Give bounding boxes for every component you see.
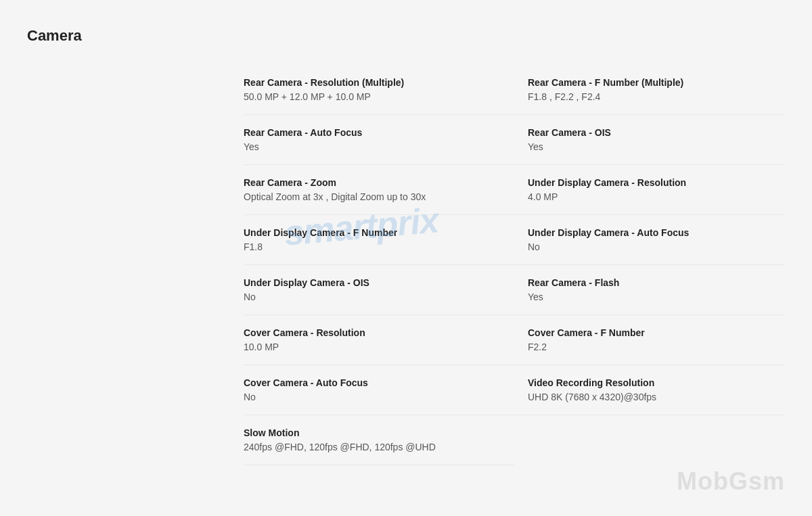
spec-label: Under Display Camera - Resolution <box>528 177 771 188</box>
spec-value: Yes <box>528 141 771 152</box>
watermark-mobgsm: MobGsm <box>677 467 785 496</box>
spec-value: F1.8 <box>244 241 501 252</box>
spec-item: Slow Motion240fps @FHD, 120fps @FHD, 120… <box>244 415 514 465</box>
spec-item: Under Display Camera - F NumberF1.8 <box>244 215 514 265</box>
spec-value: Optical Zoom at 3x , Digital Zoom up to … <box>244 191 501 202</box>
spec-item: Under Display Camera - Auto FocusNo <box>514 215 785 265</box>
spec-value: No <box>528 241 771 252</box>
spec-label: Under Display Camera - OIS <box>244 277 501 288</box>
spec-label: Cover Camera - Auto Focus <box>244 377 501 388</box>
spec-value: 50.0 MP + 12.0 MP + 10.0 MP <box>244 91 501 102</box>
spec-value: F1.8 , F2.2 , F2.4 <box>528 91 771 102</box>
spec-value: Yes <box>244 141 501 152</box>
page: Camera Rear Camera - Resolution (Multipl… <box>0 0 812 516</box>
spec-value: 240fps @FHD, 120fps @FHD, 120fps @UHD <box>244 442 501 452</box>
spec-item: Cover Camera - Auto FocusNo <box>244 365 514 415</box>
spec-item: Under Display Camera - OISNo <box>244 265 514 315</box>
specs-grid: Rear Camera - Resolution (Multiple)50.0 … <box>244 65 785 465</box>
spec-label: Video Recording Resolution <box>528 377 771 388</box>
spec-item: Rear Camera - FlashYes <box>514 265 785 315</box>
spec-label: Rear Camera - Resolution (Multiple) <box>244 77 501 88</box>
spec-value: Yes <box>528 291 771 302</box>
spec-label: Rear Camera - Flash <box>528 277 771 288</box>
spec-item: Rear Camera - OISYes <box>514 115 785 165</box>
section-title: Camera <box>27 27 785 45</box>
spec-item: Rear Camera - Resolution (Multiple)50.0 … <box>244 65 514 115</box>
spec-value: 10.0 MP <box>244 342 501 352</box>
spec-item: Cover Camera - F NumberF2.2 <box>514 315 785 365</box>
spec-label: Rear Camera - OIS <box>528 127 771 138</box>
spec-item: Video Recording ResolutionUHD 8K (7680 x… <box>514 365 785 415</box>
spec-value: No <box>244 291 501 302</box>
spec-item: Under Display Camera - Resolution4.0 MP <box>514 165 785 215</box>
spec-label: Rear Camera - Zoom <box>244 177 501 188</box>
spec-item: Rear Camera - F Number (Multiple)F1.8 , … <box>514 65 785 115</box>
spec-label: Rear Camera - F Number (Multiple) <box>528 77 771 88</box>
spec-label: Cover Camera - Resolution <box>244 327 501 338</box>
spec-value: UHD 8K (7680 x 4320)@30fps <box>528 392 771 402</box>
spec-value: F2.2 <box>528 342 771 352</box>
spec-label: Slow Motion <box>244 427 501 438</box>
spec-item: Rear Camera - Auto FocusYes <box>244 115 514 165</box>
spec-item: Rear Camera - ZoomOptical Zoom at 3x , D… <box>244 165 514 215</box>
spec-value: No <box>244 392 501 402</box>
spec-label: Cover Camera - F Number <box>528 327 771 338</box>
spec-label: Rear Camera - Auto Focus <box>244 127 501 138</box>
spec-value: 4.0 MP <box>528 191 771 202</box>
spec-label: Under Display Camera - F Number <box>244 227 501 238</box>
spec-item: Cover Camera - Resolution10.0 MP <box>244 315 514 365</box>
spec-label: Under Display Camera - Auto Focus <box>528 227 771 238</box>
